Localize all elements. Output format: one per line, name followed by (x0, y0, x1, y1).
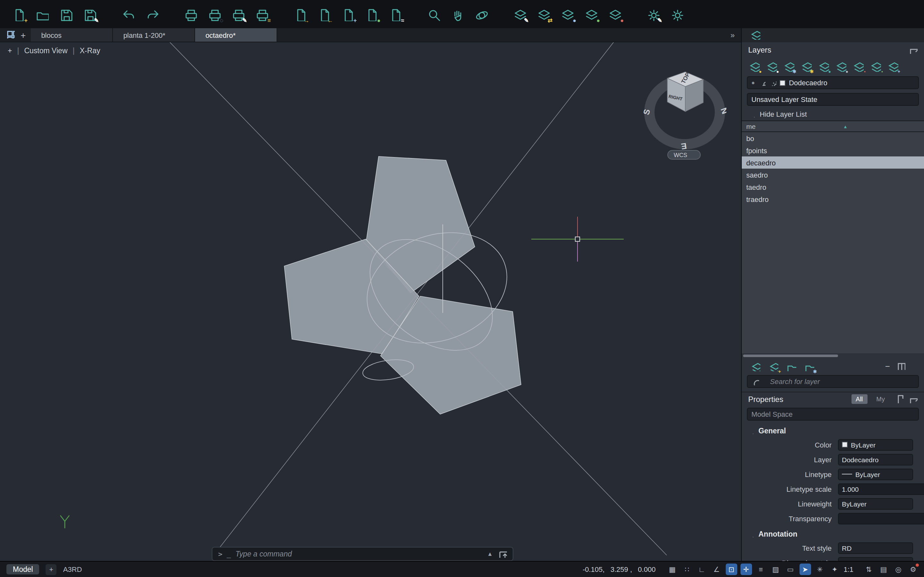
current-layer-dropdown[interactable]: ● Dodecaedro (747, 76, 919, 89)
model-viewport[interactable]: + | Custom View | X-Ray S N E TOP RIGHT … (0, 42, 741, 561)
toolsets-icon[interactable]: ✎ (645, 6, 660, 22)
zoom-window-icon[interactable] (425, 6, 441, 22)
layer-thaw-icon[interactable]: ✱ (800, 60, 812, 72)
layer-search-field[interactable] (747, 375, 919, 388)
plot-preview-icon[interactable]: ◌ (206, 6, 221, 22)
layer-on-icon[interactable]: ● (765, 60, 777, 72)
layer-row[interactable]: saedro (742, 169, 924, 181)
detach-panel-icon[interactable] (908, 393, 918, 405)
layer-lock-icon[interactable]: ● (606, 6, 622, 22)
new-tab-button[interactable]: + (21, 30, 26, 40)
layer-freeze-icon[interactable]: ✱ (782, 60, 795, 72)
selection-dropdown[interactable]: Model Space (747, 408, 919, 421)
new-file-icon[interactable]: + (10, 6, 26, 22)
viewcube[interactable]: S N E TOP RIGHT (643, 58, 726, 154)
polar-tracking-icon[interactable]: ∠ (711, 564, 722, 575)
annotation-monitor-icon[interactable]: ⇅ (863, 564, 875, 575)
page-setup-icon[interactable]: ✎ (230, 6, 245, 22)
layer-lock-icon[interactable]: ▪ (851, 60, 864, 72)
orbit-icon[interactable] (473, 6, 488, 22)
linetype-dropdown[interactable]: ByLayer (838, 468, 913, 480)
ortho-mode-icon[interactable]: ∟ (696, 564, 708, 575)
command-input[interactable] (236, 550, 483, 558)
command-collapse-icon[interactable]: ▲ (487, 551, 493, 557)
open-file-icon[interactable] (34, 6, 49, 22)
layer-states-icon[interactable]: ● (559, 6, 574, 22)
layer-row[interactable]: bo (742, 132, 924, 144)
layer-off-icon[interactable]: ● (748, 60, 760, 72)
linetype-scale-input[interactable] (838, 483, 924, 495)
detach-panel-icon[interactable] (908, 44, 918, 56)
layer-lock-state-icon[interactable] (758, 78, 766, 87)
customize-properties-icon[interactable] (894, 393, 903, 405)
drawing-canvas[interactable] (0, 42, 741, 561)
quick-properties-icon[interactable]: ▤ (878, 564, 889, 575)
3d-object-snap-icon[interactable]: ✳ (814, 564, 825, 575)
import-icon[interactable]: ← (316, 6, 331, 22)
layer-row[interactable]: fpoints (742, 144, 924, 156)
dimension-style-dropdown[interactable]: RD (838, 557, 913, 561)
undo-icon[interactable] (120, 6, 136, 22)
attach-reference-icon[interactable]: + (339, 6, 355, 22)
filter-my-button[interactable]: My (872, 394, 889, 404)
tab-overview-icon[interactable] (5, 29, 15, 41)
layer-dropdown[interactable]: Dodecaedro (838, 454, 913, 465)
general-section-header[interactable]: General (742, 422, 924, 437)
object-snap-tracking-icon[interactable]: ✛ (740, 564, 752, 575)
annotation-section-header[interactable]: Annotation (742, 526, 924, 540)
tab-planta[interactable]: planta 1-200* (113, 28, 195, 42)
plot-icon[interactable] (182, 6, 198, 22)
layer-list-header[interactable]: me ▲ (742, 121, 924, 132)
tab-blocos[interactable]: blocos (31, 28, 113, 42)
color-dropdown[interactable]: ByLayer (838, 439, 913, 450)
batch-plot-icon[interactable]: ≡ (254, 6, 269, 22)
save-icon[interactable] (58, 6, 73, 22)
view-control[interactable]: Custom View (24, 47, 67, 55)
tab-overflow-button[interactable]: » (724, 28, 741, 42)
horizontal-scrollbar[interactable] (742, 353, 924, 358)
annotation-visibility-icon[interactable]: ✦ (829, 564, 840, 575)
columns-settings-icon[interactable] (896, 360, 905, 372)
settings-icon[interactable] (669, 6, 684, 22)
annotation-scale-dropdown[interactable]: 1:1 (843, 566, 860, 573)
layer-merge-icon[interactable]: + (886, 60, 898, 72)
lineweight-dropdown[interactable]: ByLayer (838, 498, 913, 509)
layer-freeze-state-icon[interactable] (769, 78, 777, 87)
model-space-button[interactable]: Model (6, 564, 39, 574)
command-line[interactable]: > _ ▲ (212, 547, 513, 561)
object-snap-icon[interactable]: ⊡ (725, 564, 737, 575)
layer-unisolate-icon[interactable]: ● (834, 60, 846, 72)
scrollbar-thumb[interactable] (743, 355, 838, 357)
save-as-icon[interactable]: ✎ (81, 6, 97, 22)
export-pdf-icon[interactable]: → (292, 6, 307, 22)
dynamic-input-icon[interactable]: ▭ (784, 564, 796, 575)
layer-color-swatch[interactable] (780, 80, 786, 85)
new-group-filter-icon[interactable] (785, 360, 797, 372)
layer-isolate-icon[interactable]: ● (583, 6, 598, 22)
pan-icon[interactable] (449, 6, 465, 22)
selection-cycling-icon[interactable]: ➤ (799, 564, 811, 575)
command-history-icon[interactable] (497, 548, 507, 560)
customization-gear-icon[interactable]: ⚙ (907, 564, 919, 575)
visual-style-control[interactable]: X-Ray (80, 47, 100, 55)
layer-search-input[interactable] (770, 378, 914, 385)
sort-ascending-icon[interactable]: ▲ (843, 124, 848, 129)
compare-drawings-icon[interactable]: ≈ (387, 6, 402, 22)
wcs-dropdown[interactable]: WCS (667, 150, 701, 160)
snap-mode-icon[interactable]: ∷ (681, 564, 693, 575)
transparency-display-icon[interactable]: ▨ (770, 564, 781, 575)
layers-panel-tab-icon[interactable] (750, 29, 760, 42)
lineweight-display-icon[interactable]: ≡ (755, 564, 766, 575)
new-property-filter-icon[interactable]: ✱ (803, 360, 815, 372)
pentagon-faces[interactable] (284, 156, 521, 414)
add-layout-button[interactable]: + (46, 564, 57, 575)
layout-tab-a3rd[interactable]: A3RD (63, 566, 82, 573)
layer-row[interactable]: taedro (742, 181, 924, 193)
grid-display-icon[interactable]: ▦ (666, 564, 678, 575)
layer-isolate-icon[interactable]: ● (817, 60, 829, 72)
new-layer-icon[interactable]: + (767, 360, 779, 372)
isolate-objects-icon[interactable]: ◎ (893, 564, 904, 575)
etransmit-icon[interactable]: ● (363, 6, 379, 22)
layer-state-dropdown[interactable]: Unsaved Layer State (747, 93, 919, 106)
tab-octaedro[interactable]: octaedro* (195, 28, 277, 42)
